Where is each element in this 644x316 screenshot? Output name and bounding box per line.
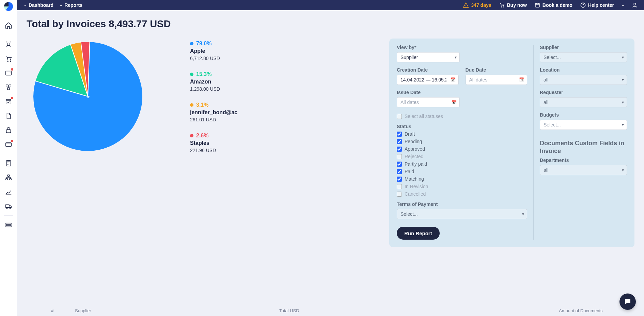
col-amount: Amount of Documents: [559, 308, 630, 313]
status-checkbox[interactable]: Paid: [397, 169, 527, 174]
page-title: Total by Invoices 8,493.77 USD: [27, 18, 634, 30]
svg-rect-7: [6, 100, 11, 104]
filter-label-requester: Requester: [540, 90, 627, 95]
status-checkbox[interactable]: Matching: [397, 176, 527, 182]
app-logo[interactable]: [4, 2, 13, 11]
filter-label-due-date: Due Date: [466, 67, 528, 73]
svg-point-18: [501, 6, 502, 7]
chevron-down-icon: ▾: [622, 122, 624, 127]
calendar-icon: 📅: [451, 77, 456, 82]
svg-rect-8: [6, 130, 11, 133]
col-index: #: [51, 308, 75, 313]
legend-value: 1,298.00 USD: [190, 86, 237, 92]
status-checkbox[interactable]: Partly paid: [397, 161, 527, 167]
svg-rect-4: [6, 85, 8, 87]
legend-swatch: [190, 73, 193, 76]
select-supplier[interactable]: Select...▾: [540, 52, 627, 62]
svg-rect-16: [5, 223, 11, 225]
filter-label-status: Status: [397, 124, 527, 129]
trial-days[interactable]: 347 days: [463, 2, 491, 8]
analytics-icon[interactable]: [4, 188, 13, 196]
calendar-check-icon[interactable]: [4, 97, 13, 106]
chevron-down-icon: ⌄: [24, 3, 27, 7]
left-rail: [0, 0, 17, 316]
legend-swatch: [190, 134, 193, 137]
select-terms[interactable]: Select...▾: [397, 209, 527, 219]
legend-name: Staples: [190, 140, 237, 146]
chevron-down-icon: ▾: [622, 168, 624, 172]
toggle-icon[interactable]: [4, 221, 13, 229]
chat-button[interactable]: [619, 294, 636, 310]
cart-icon: [499, 2, 505, 8]
legend-swatch: [190, 42, 193, 45]
legend-name: Apple: [190, 48, 237, 54]
user-menu[interactable]: [632, 2, 638, 8]
filter-label-budgets: Budgets: [540, 112, 627, 118]
topbar-more[interactable]: ⌄: [622, 3, 624, 7]
legend-percent: 79.0%: [196, 41, 211, 47]
input-issue-date[interactable]: All dates📅: [397, 97, 460, 107]
legend-item: 3.1%jennifer_bond@ac261.01 USD: [190, 102, 237, 122]
book-demo-button[interactable]: Book a demo: [534, 2, 572, 8]
status-checkbox[interactable]: Approved: [397, 146, 527, 152]
legend-value: 261.01 USD: [190, 117, 237, 122]
topbar-dashboard[interactable]: ⌄Dashboard: [24, 2, 53, 8]
select-departments[interactable]: all▾: [540, 165, 627, 175]
home-icon[interactable]: [4, 21, 13, 30]
calendar-icon: 📅: [519, 77, 524, 82]
boxes-icon[interactable]: [4, 83, 13, 91]
chevron-down-icon: ⌄: [60, 3, 62, 7]
filter-label-location: Location: [540, 67, 627, 73]
status-checkbox[interactable]: Draft: [397, 131, 527, 137]
legend-value: 221.96 USD: [190, 148, 237, 153]
scan-icon[interactable]: [4, 40, 13, 48]
card-icon[interactable]: [4, 140, 13, 149]
help-center-button[interactable]: Help center: [580, 2, 614, 8]
legend-percent: 3.1%: [196, 102, 208, 108]
filter-label-issue-date: Issue Date: [397, 90, 527, 95]
svg-rect-12: [5, 179, 7, 180]
select-budgets[interactable]: Select...▾: [540, 120, 627, 130]
calendar-icon: 📅: [452, 100, 457, 105]
select-location[interactable]: all▾: [540, 75, 627, 85]
user-icon: [632, 2, 638, 8]
buy-now-button[interactable]: Buy now: [499, 2, 527, 8]
status-checkbox[interactable]: Pending: [397, 139, 527, 144]
topbar-reports[interactable]: ⌄Reports: [60, 2, 82, 8]
svg-rect-0: [7, 43, 10, 45]
filter-label-departments: Departments: [540, 157, 627, 163]
select-requester[interactable]: all▾: [540, 97, 627, 107]
custom-fields-title: Documents Custom Fields in Invoice: [540, 139, 627, 155]
chat-icon: [624, 298, 632, 306]
filter-panel: View by* Supplier▾ Creation Date 14.04.2…: [389, 39, 634, 247]
checkbox-select-all-statuses[interactable]: Select all statuses: [397, 114, 527, 119]
wallet-icon[interactable]: [4, 69, 13, 77]
svg-rect-9: [5, 143, 11, 147]
input-creation-date[interactable]: 14.04.2022 — 16.05.2022📅: [397, 75, 459, 85]
run-report-button[interactable]: Run Report: [397, 227, 440, 240]
filter-label-creation-date: Creation Date: [397, 67, 459, 73]
legend-swatch: [190, 103, 193, 107]
status-checkbox[interactable]: Rejected: [397, 154, 527, 159]
svg-rect-11: [7, 175, 10, 177]
calendar-icon: [534, 2, 540, 8]
filter-label-view-by: View by*: [397, 45, 527, 50]
cart-icon[interactable]: [4, 55, 13, 63]
select-view-by[interactable]: Supplier▾: [397, 52, 460, 62]
calculator-icon[interactable]: [4, 159, 13, 167]
table-header: # Supplier Total USD Amount of Documents: [17, 305, 644, 316]
svg-point-1: [7, 61, 8, 61]
doc-icon[interactable]: [4, 112, 13, 120]
truck-icon[interactable]: [4, 202, 13, 210]
legend-percent: 15.3%: [196, 71, 211, 77]
input-due-date[interactable]: All dates📅: [466, 75, 528, 85]
status-checkbox[interactable]: Cancelled: [397, 191, 527, 197]
legend-item: 2.6%Staples221.96 USD: [190, 133, 237, 153]
chevron-down-icon: ▾: [522, 212, 524, 216]
legend-name: jennifer_bond@ac: [190, 109, 237, 116]
col-total: Total USD: [279, 308, 559, 313]
chevron-down-icon: ⌄: [622, 3, 624, 7]
org-icon[interactable]: [4, 174, 13, 182]
status-checkbox[interactable]: In Revision: [397, 184, 527, 189]
lock-icon[interactable]: [4, 126, 13, 134]
